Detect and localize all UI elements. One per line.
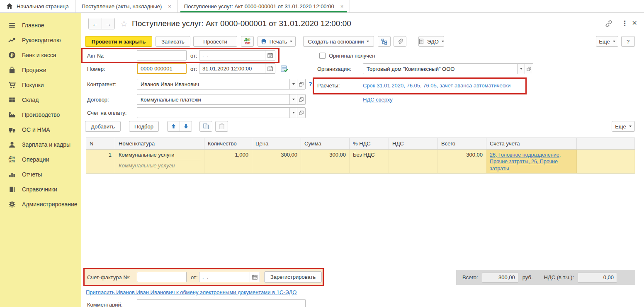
cell-price[interactable]: 300,00 [252,150,301,173]
sidebar-item-salary-hr[interactable]: Зарплата и кадры [0,137,81,152]
document-date-input[interactable] [199,64,265,73]
sidebar-item-administration[interactable]: Администрирование [0,197,81,212]
column-header[interactable]: N [86,138,115,149]
tab-home[interactable]: Начальная страница [0,0,75,12]
cell-nomenclature[interactable]: Коммунальные услуги Коммунальные услуги [115,150,204,173]
move-up-button[interactable] [168,121,180,131]
cell-line-number[interactable]: 1 [86,150,115,173]
column-header[interactable]: Количество [204,138,252,149]
invoice-number-input[interactable] [137,272,187,282]
original-received-checkbox[interactable] [319,53,326,59]
sidebar-item-production[interactable]: Производство [0,107,81,122]
organization-field[interactable]: Торговый дом "Комплексный" ООО [363,63,533,74]
tab-receipt-document[interactable]: Поступление услуг: Акт 0000-000001 от 31… [178,0,350,12]
close-window-icon[interactable]: × [632,18,637,28]
tab-receipts-list[interactable]: Поступление (акты, накладные) × [75,0,178,12]
kebab-menu-icon[interactable]: ⋮ [621,19,628,28]
cell-sum[interactable]: 300,00 [301,150,350,173]
payment-invoice-value [137,108,289,118]
act-date-input[interactable] [199,51,265,60]
cell-vat-rate[interactable]: Без НДС [350,150,389,173]
column-header[interactable]: Всего [438,138,486,149]
print-button[interactable]: Печать [258,36,296,47]
column-header[interactable]: Цена [252,138,301,149]
column-header[interactable]: % НДС [350,138,389,149]
counterparty-hint-icon[interactable]: ? [309,81,312,87]
table-row[interactable]: 1 Коммунальные услуги Коммунальные услуг… [86,150,635,174]
open-item-button[interactable] [297,79,305,89]
document-date-field[interactable] [199,63,275,74]
comment-input[interactable] [137,299,306,307]
attachments-button[interactable] [394,36,406,47]
open-item-button[interactable] [297,108,305,118]
table-more-label: Еще [615,123,626,130]
vat-mode-link[interactable]: НДС сверху [363,97,393,103]
sidebar-item-main[interactable]: Главное [0,18,81,33]
contract-field[interactable]: Коммунальные платежи [137,94,306,105]
calendar-icon[interactable] [265,64,275,73]
sidebar-item-bank-cash[interactable]: ₽ Банк и касса [0,48,81,63]
favorite-star-icon[interactable]: ☆ [120,19,128,29]
dropdown-button[interactable] [517,64,525,74]
sidebar-item-warehouse[interactable]: Склад [0,92,81,107]
get-link-icon[interactable] [605,20,612,27]
sidebar-item-fixed-assets[interactable]: ОС и НМА [0,122,81,137]
copy-rows-button[interactable] [199,121,212,132]
accounts-link[interactable]: 26, Головное подразделение, Прочие затра… [490,152,561,172]
column-header[interactable]: Сумма [301,138,350,149]
invoice-date-field[interactable] [199,272,260,282]
dropdown-button[interactable] [289,108,297,118]
paste-rows-button[interactable] [215,121,228,132]
cell-total[interactable]: 300,00 [438,150,486,173]
nomenclature-content: Коммунальные услуги [119,160,201,169]
post-and-close-button[interactable]: Провести и закрыть [85,36,152,47]
help-button[interactable]: ? [621,36,635,47]
save-button[interactable]: Записать [156,36,190,47]
column-header[interactable]: НДС [389,138,438,149]
post-button[interactable]: Провести [193,36,237,47]
forward-button[interactable]: → [102,18,114,29]
set-current-date-icon[interactable] [280,65,288,73]
sidebar-item-purchases[interactable]: Покупки [0,77,81,92]
column-header[interactable]: Номенклатура [115,138,204,149]
sidebar-item-operations[interactable]: ДтКт Операции [0,152,81,167]
cell-vat[interactable] [389,150,438,173]
payment-invoice-field[interactable] [137,107,306,118]
dropdown-button[interactable] [289,79,297,89]
pick-button[interactable]: Подбор [129,121,159,132]
cell-quantity[interactable]: 1,000 [204,150,252,173]
related-documents-button[interactable] [378,36,391,47]
open-item-button[interactable] [297,94,305,104]
invoice-date-input[interactable] [199,272,250,282]
vat-total-value-field [578,273,617,283]
back-button[interactable]: ← [89,18,102,29]
dropdown-button[interactable] [289,94,297,104]
counterparty-field[interactable]: Иванов Иван Иванович [137,79,306,89]
number-input[interactable] [137,63,187,74]
table-more-button[interactable]: Еще [612,121,635,132]
sidebar-item-manager[interactable]: Руководителю [0,33,81,48]
settlements-link[interactable]: Срок 31.01.2020, 76.05, 76.05, зачет ава… [363,82,510,89]
sidebar-item-directories[interactable]: Справочники [0,182,81,197]
calendar-icon[interactable] [250,272,260,282]
cell-accounts[interactable]: 26, Головное подразделение, Прочие затра… [486,150,577,173]
menu-icon [8,22,16,29]
add-row-button[interactable]: Добавить [85,121,121,132]
dtkt-postings-button[interactable]: ДтКт [241,36,254,47]
register-invoice-button[interactable]: Зарегистрировать [264,271,322,283]
act-number-input[interactable] [137,50,187,60]
act-date-field[interactable] [199,50,275,60]
edo-button[interactable]: ЭДО [418,36,444,47]
calendar-icon[interactable] [265,51,275,60]
page-title: Поступление услуг: Акт 0000-000001 от 31… [132,19,351,28]
create-based-on-button[interactable]: Создать на основании [303,36,374,47]
more-button[interactable]: Еще [596,36,618,47]
column-header[interactable]: Счета учета [486,138,577,149]
move-down-button[interactable] [180,121,192,131]
open-item-button[interactable] [525,64,533,74]
sidebar-item-reports[interactable]: Отчеты [0,167,81,182]
edo-invite-link[interactable]: Пригласить Иванов Иван Иванович к обмену… [86,289,296,295]
tab-close-icon[interactable]: × [340,3,344,10]
sidebar-item-sales[interactable]: Продажи [0,63,81,77]
tab-close-icon[interactable]: × [168,3,171,10]
